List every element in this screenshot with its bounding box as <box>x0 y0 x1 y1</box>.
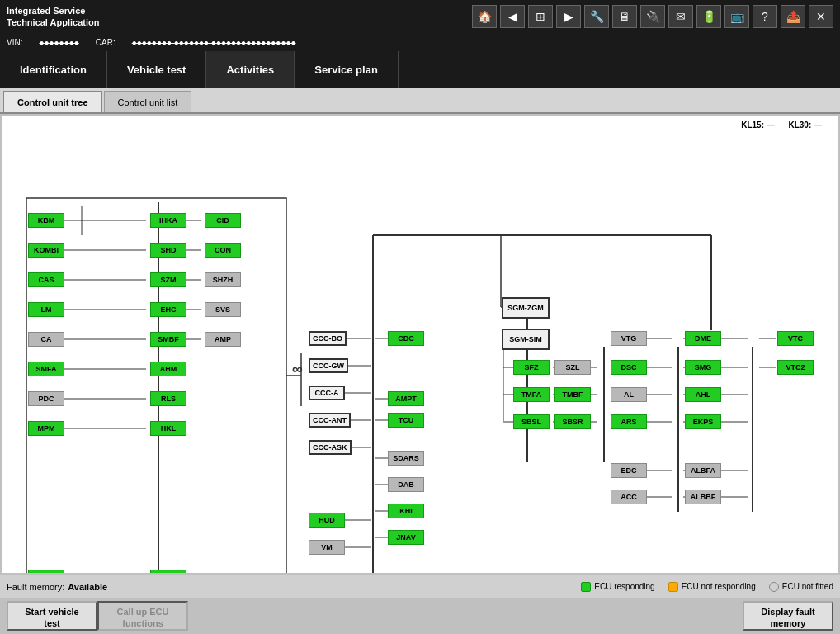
ecu-ccc-ant[interactable]: CCC-ANT <box>309 413 351 428</box>
toolbar-prev[interactable]: ◀ <box>500 5 525 28</box>
legend-orange-icon <box>668 582 678 592</box>
ecu-sgm-sim[interactable]: SGM-SIM <box>502 329 550 350</box>
ecu-acc[interactable]: ACC <box>611 490 647 504</box>
ecu-dsc[interactable]: DSC <box>611 360 647 375</box>
display-fault-memory-button[interactable]: Display faultmemory <box>743 601 833 631</box>
diagram-wrapper: KL15: — KL30: — <box>2 116 838 573</box>
ecu-vtc2[interactable]: VTC2 <box>777 360 814 375</box>
ecu-szm[interactable]: SZM <box>150 272 186 287</box>
tab-activities[interactable]: Activities <box>206 51 295 88</box>
toolbar-export[interactable]: 📤 <box>781 5 805 28</box>
toolbar-plug[interactable]: 🔌 <box>640 5 665 28</box>
ecu-dme[interactable]: DME <box>685 331 721 346</box>
ecu-albfa[interactable]: ALBFA <box>685 463 721 478</box>
ecu-sdars[interactable]: SDARS <box>388 451 424 466</box>
ecu-shd[interactable]: SHD <box>150 243 186 258</box>
fault-memory-value: Available <box>68 582 107 592</box>
ecu-cas[interactable]: CAS <box>28 272 64 287</box>
ecu-vtc[interactable]: VTC <box>777 331 814 346</box>
ecu-ccc-gw[interactable]: CCC-GW <box>309 358 348 373</box>
toolbar-monitor[interactable]: 📺 <box>724 5 749 28</box>
kl-status: KL15: — KL30: — <box>741 121 822 130</box>
ecu-edc[interactable]: EDC <box>611 463 647 478</box>
ecu-szl[interactable]: SZL <box>554 360 591 375</box>
ecu-ihka[interactable]: IHKA <box>150 213 186 228</box>
ecu-sfz[interactable]: SFZ <box>513 360 550 375</box>
toolbar-wrench[interactable]: 🔧 <box>584 5 609 28</box>
ecu-tmfa[interactable]: TMFA <box>513 387 550 402</box>
call-up-ecu-button[interactable]: Call up ECUfunctions <box>97 601 188 631</box>
status-left: Fault memory: Available <box>7 582 107 592</box>
toolbar-mail[interactable]: ✉ <box>668 5 693 28</box>
ecu-lm[interactable]: LM <box>28 302 64 317</box>
ecu-amp[interactable]: AMP <box>205 332 241 347</box>
ecu-smg[interactable]: SMG <box>685 360 721 375</box>
ecu-dna[interactable]: DNA <box>150 570 186 573</box>
ecu-ampt[interactable]: AMPT <box>388 391 424 406</box>
ecu-ccc-bo[interactable]: CCC-BO <box>309 331 347 346</box>
ecu-hkl[interactable]: HKL <box>150 421 186 436</box>
legend-ecu-responding: ECU responding <box>581 582 654 592</box>
toolbar: 🏠 ◀ ⊞ ▶ 🔧 🖥 🔌 ✉ 🔋 📺 ? 📤 ✕ <box>472 5 833 28</box>
toolbar-screen[interactable]: 🖥 <box>612 5 637 28</box>
toolbar-help[interactable]: ? <box>753 5 777 28</box>
ecu-sine[interactable]: SINE <box>28 570 64 573</box>
legend-gray-icon <box>769 582 779 592</box>
ecu-ccc-ask[interactable]: CCC-ASK <box>309 440 352 455</box>
most-connector-symbol: ∞ <box>292 361 303 378</box>
ecu-sgm-zgm[interactable]: SGM-ZGM <box>502 297 550 319</box>
ecu-mpm[interactable]: MPM <box>28 421 64 436</box>
ecu-rls[interactable]: RLS <box>150 391 186 406</box>
ecu-tcu[interactable]: TCU <box>388 413 424 428</box>
toolbar-close[interactable]: ✕ <box>809 5 833 28</box>
nav-tabs: Identification Vehicle test Activities S… <box>0 51 840 88</box>
ecu-ahm[interactable]: AHM <box>150 362 186 376</box>
ecu-ahl[interactable]: AHL <box>685 387 721 402</box>
app-title: Integrated Service Technical Application <box>7 5 99 29</box>
title-bar: Integrated Service Technical Application… <box>0 0 840 33</box>
ecu-smfa[interactable]: SMFA <box>28 362 64 376</box>
ecu-jnav[interactable]: JNAV <box>388 530 424 545</box>
vin-bar: VIN: ●●●●●●●● CAR: ●●●●●●●● ●●●●●●● ●●●●… <box>0 33 840 51</box>
subtab-control-unit-tree[interactable]: Control unit tree <box>3 91 102 112</box>
toolbar-home[interactable]: 🏠 <box>472 5 497 28</box>
toolbar-battery[interactable]: 🔋 <box>696 5 721 28</box>
ecu-ccc-a[interactable]: CCC-A <box>309 386 345 400</box>
vin-value: ●●●●●●●● <box>39 38 78 47</box>
ecu-hud[interactable]: HUD <box>309 513 345 528</box>
status-bar: Fault memory: Available ECU responding E… <box>0 575 840 598</box>
app-container: Integrated Service Technical Application… <box>0 0 840 634</box>
subtab-control-unit-list[interactable]: Control unit list <box>104 91 192 112</box>
ecu-kombi[interactable]: KOMBI <box>28 243 64 258</box>
ecu-ars[interactable]: ARS <box>611 414 647 429</box>
ecu-ekps[interactable]: EKPS <box>685 414 721 429</box>
start-vehicle-test-button[interactable]: Start vehicletest <box>7 601 97 631</box>
tab-vehicle-test[interactable]: Vehicle test <box>107 51 207 88</box>
legend-ecu-not-fitted: ECU not fitted <box>769 582 833 592</box>
ecu-albbf[interactable]: ALBBF <box>685 490 721 504</box>
ecu-cdc[interactable]: CDC <box>388 331 424 346</box>
ecu-svs[interactable]: SVS <box>205 302 241 317</box>
car-value: ●●●●●●●● ●●●●●●● ●●●●●●●●●●●●●●●●● <box>132 38 296 47</box>
tab-identification[interactable]: Identification <box>0 51 107 88</box>
ecu-sbsl[interactable]: SBSL <box>513 414 550 429</box>
ecu-con[interactable]: CON <box>205 243 241 258</box>
ecu-vm[interactable]: VM <box>309 540 345 555</box>
ecu-ehc[interactable]: EHC <box>150 302 186 317</box>
ecu-sbsr[interactable]: SBSR <box>554 414 591 429</box>
ecu-pdc[interactable]: PDC <box>28 391 64 406</box>
ecu-ca[interactable]: CA <box>28 332 64 347</box>
ecu-dab[interactable]: DAB <box>388 477 424 492</box>
ecu-shzh[interactable]: SHZH <box>205 272 241 287</box>
toolbar-list[interactable]: ⊞ <box>528 5 553 28</box>
ecu-kbm[interactable]: KBM <box>28 213 64 228</box>
ecu-vtg[interactable]: VTG <box>611 331 647 346</box>
toolbar-next[interactable]: ▶ <box>556 5 581 28</box>
ecu-tmbf[interactable]: TMBF <box>554 387 591 402</box>
ecu-khi[interactable]: KHI <box>388 504 424 518</box>
vin-label: VIN: <box>7 38 22 47</box>
tab-service-plan[interactable]: Service plan <box>295 51 399 88</box>
ecu-al[interactable]: AL <box>611 387 647 402</box>
ecu-cid[interactable]: CID <box>205 213 241 228</box>
ecu-smbf[interactable]: SMBF <box>150 332 186 347</box>
